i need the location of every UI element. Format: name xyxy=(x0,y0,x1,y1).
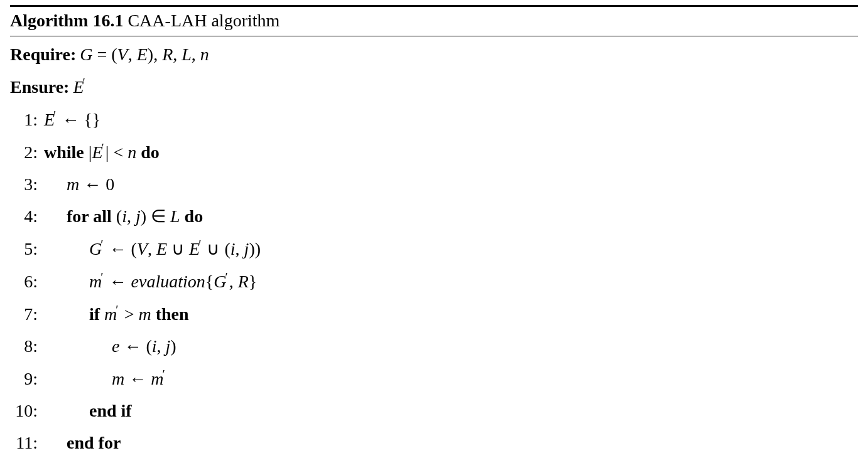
line-number: 5: xyxy=(10,235,44,264)
line-content: G′ ← (V, E ∪ E′ ∪ (i, j)) xyxy=(44,235,261,264)
algorithm-line: 8:e ← (i, j) xyxy=(10,331,858,363)
algorithm-line: 4:for all (i, j) ∈ L do xyxy=(10,201,858,233)
line-number: 2: xyxy=(10,139,44,167)
line-number: 1: xyxy=(10,106,44,134)
algorithm-line: 11:end for xyxy=(10,427,858,458)
algorithm-line: 2:while |E′| < n do xyxy=(10,136,858,169)
line-content: for all (i, j) ∈ L do xyxy=(44,203,203,231)
mid-rule xyxy=(10,36,858,36)
algorithm-line: 5:G′ ← (V, E ∪ E′ ∪ (i, j)) xyxy=(10,233,858,265)
top-rule xyxy=(10,5,858,7)
algorithm-body: 1:E′ ← {}2:while |E′| < n do3:m ← 04:for… xyxy=(10,104,858,458)
line-content: m ← 0 xyxy=(44,171,114,199)
algorithm-block: Algorithm 16.1 CAA-LAH algorithm Require… xyxy=(10,5,858,458)
algorithm-title: Algorithm 16.1 CAA-LAH algorithm xyxy=(10,9,858,33)
line-content: m ← m′ xyxy=(44,365,166,393)
line-number: 6: xyxy=(10,268,44,296)
algorithm-line: 3:m ← 0 xyxy=(10,169,858,201)
line-content: if m′ > m then xyxy=(44,300,189,329)
require-label: Require: xyxy=(10,41,80,69)
ensure-label: Ensure: xyxy=(10,73,73,102)
line-content: end for xyxy=(44,429,121,457)
line-number: 8: xyxy=(10,333,44,361)
algorithm-line: 1:E′ ← {} xyxy=(10,104,858,136)
line-content: while |E′| < n do xyxy=(44,138,160,167)
algorithm-label: Algorithm 16.1 xyxy=(10,11,123,30)
algorithm-line: 10:end if xyxy=(10,395,858,427)
line-number: 7: xyxy=(10,301,44,329)
line-content: m′ ← evaluation{G′, R} xyxy=(44,267,257,296)
line-number: 11: xyxy=(10,429,44,457)
line-content: e ← (i, j) xyxy=(44,333,176,361)
line-content: E′ ← {} xyxy=(44,105,100,134)
line-content: end if xyxy=(44,397,132,425)
line-number: 10: xyxy=(10,397,44,425)
line-number: 4: xyxy=(10,203,44,231)
line-number: 3: xyxy=(10,171,44,199)
line-number: 9: xyxy=(10,365,44,393)
algorithm-line: 6:m′ ← evaluation{G′, R} xyxy=(10,265,858,298)
require-value: G = (V, E), R, L, n xyxy=(80,41,209,69)
ensure-line: Ensure: E′ xyxy=(10,71,858,104)
ensure-value: E′ xyxy=(73,73,86,102)
require-line: Require: G = (V, E), R, L, n xyxy=(10,39,858,71)
algorithm-name: CAA-LAH algorithm xyxy=(127,11,279,30)
algorithm-line: 9:m ← m′ xyxy=(10,363,858,395)
algorithm-line: 7:if m′ > m then xyxy=(10,298,858,331)
